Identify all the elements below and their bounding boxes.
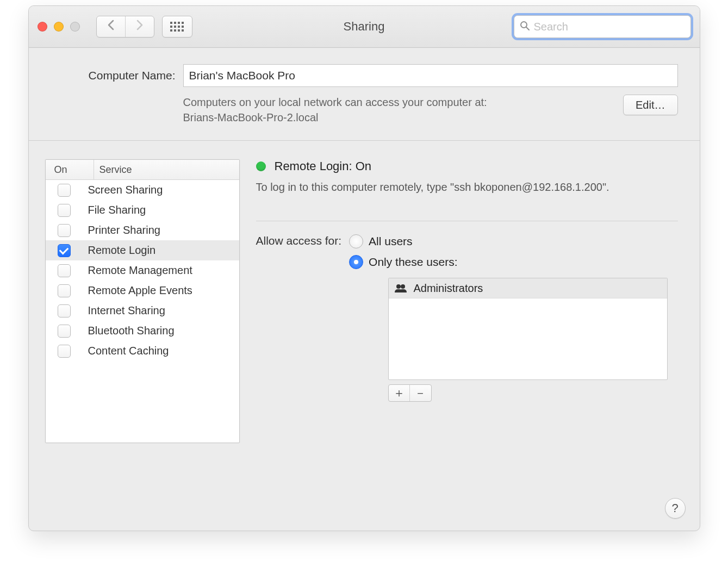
sharing-preferences-window: Sharing Computer Name: Computers on your… — [28, 5, 700, 531]
service-label: Printer Sharing — [84, 224, 160, 236]
main-content: On Service Screen SharingFile SharingPri… — [29, 141, 700, 531]
detail-divider — [256, 221, 678, 221]
service-label: Screen Sharing — [84, 184, 163, 196]
minus-icon: － — [414, 387, 426, 399]
search-input[interactable] — [533, 20, 685, 34]
service-checkbox[interactable] — [58, 304, 71, 317]
service-label: Remote Management — [84, 264, 192, 277]
services-panel: On Service Screen SharingFile SharingPri… — [45, 159, 240, 514]
search-icon — [520, 21, 530, 33]
window-minimize-button[interactable] — [54, 22, 64, 32]
chevron-right-icon — [136, 20, 144, 34]
forward-button[interactable] — [126, 16, 154, 37]
service-label: Internet Sharing — [84, 304, 165, 317]
computer-name-section: Computer Name: Computers on your local n… — [29, 48, 700, 141]
allowed-users-list[interactable]: Administrators — [388, 278, 668, 380]
service-checkbox[interactable] — [58, 204, 71, 217]
nav-buttons — [96, 16, 154, 38]
search-field-wrapper[interactable] — [514, 15, 691, 38]
service-row[interactable]: Screen Sharing — [46, 180, 239, 200]
computer-name-input[interactable] — [183, 64, 678, 87]
group-icon — [394, 284, 406, 292]
service-label: Bluetooth Sharing — [84, 325, 175, 337]
show-all-button[interactable] — [162, 16, 192, 38]
back-button[interactable] — [97, 16, 126, 37]
service-row[interactable]: File Sharing — [46, 200, 239, 220]
edit-hostname-button[interactable]: Edit… — [623, 95, 677, 115]
users-add-remove: ＋ － — [388, 384, 432, 402]
service-status: Remote Login: On — [256, 159, 678, 173]
user-name: Administrators — [414, 282, 483, 295]
service-detail-panel: Remote Login: On To log in to this compu… — [256, 159, 678, 514]
svg-point-2 — [396, 284, 401, 289]
radio-only-users-row[interactable]: Only these users: — [349, 255, 457, 269]
service-checkbox[interactable] — [58, 244, 71, 257]
user-row[interactable]: Administrators — [389, 278, 667, 298]
status-indicator-dot — [256, 161, 266, 171]
services-list: On Service Screen SharingFile SharingPri… — [45, 159, 240, 443]
radio-all-users[interactable] — [349, 234, 363, 248]
service-checkbox[interactable] — [58, 284, 71, 297]
chevron-left-icon — [107, 20, 115, 34]
titlebar: Sharing — [29, 6, 700, 48]
radio-only-users-label: Only these users: — [369, 256, 457, 269]
service-checkbox[interactable] — [58, 264, 71, 277]
service-checkbox[interactable] — [58, 325, 71, 338]
computer-name-label: Computer Name: — [51, 69, 176, 82]
radio-only-these-users[interactable] — [349, 255, 363, 269]
checkmark-icon — [59, 245, 69, 254]
access-label: Allow access for: — [256, 234, 342, 247]
service-label: File Sharing — [84, 204, 146, 216]
service-row[interactable]: Remote Apple Events — [46, 281, 239, 301]
subtext-line-1: Computers on your local network can acce… — [183, 96, 487, 108]
plus-icon: ＋ — [393, 387, 405, 399]
service-row[interactable]: Content Caching — [46, 341, 239, 361]
services-col-service: Service — [94, 160, 239, 179]
services-list-header: On Service — [46, 160, 239, 180]
service-checkbox[interactable] — [58, 345, 71, 358]
service-label: Remote Login — [84, 244, 156, 257]
service-status-text: Remote Login: On — [275, 159, 372, 173]
window-zoom-button[interactable] — [70, 22, 80, 32]
grid-icon — [170, 22, 184, 32]
radio-all-users-label: All users — [369, 235, 413, 248]
svg-point-3 — [401, 284, 405, 289]
service-row[interactable]: Bluetooth Sharing — [46, 321, 239, 341]
radio-all-users-row[interactable]: All users — [349, 234, 457, 248]
service-row[interactable]: Printer Sharing — [46, 220, 239, 240]
window-title: Sharing — [344, 20, 385, 34]
add-user-button[interactable]: ＋ — [389, 385, 410, 401]
access-radio-group: All users Only these users: — [349, 234, 457, 269]
subtext-line-2: Brians-MacBook-Pro-2.local — [183, 111, 319, 123]
access-section: Allow access for: All users Only these u… — [256, 234, 678, 269]
window-controls — [38, 22, 80, 32]
service-label: Remote Apple Events — [84, 284, 192, 297]
service-row[interactable]: Remote Login — [46, 240, 239, 260]
service-row[interactable]: Internet Sharing — [46, 301, 239, 321]
services-col-on: On — [46, 160, 94, 179]
login-instructions: To log in to this computer remotely, typ… — [256, 181, 678, 194]
service-row[interactable]: Remote Management — [46, 260, 239, 281]
remove-user-button[interactable]: － — [410, 385, 431, 401]
computer-name-subtext: Computers on your local network can acce… — [183, 95, 616, 125]
svg-line-1 — [526, 27, 529, 30]
window-close-button[interactable] — [38, 22, 47, 32]
service-checkbox[interactable] — [58, 224, 71, 237]
help-button[interactable]: ? — [665, 498, 686, 519]
service-checkbox[interactable] — [58, 184, 71, 197]
help-icon: ? — [671, 501, 678, 515]
service-label: Content Caching — [84, 345, 169, 357]
